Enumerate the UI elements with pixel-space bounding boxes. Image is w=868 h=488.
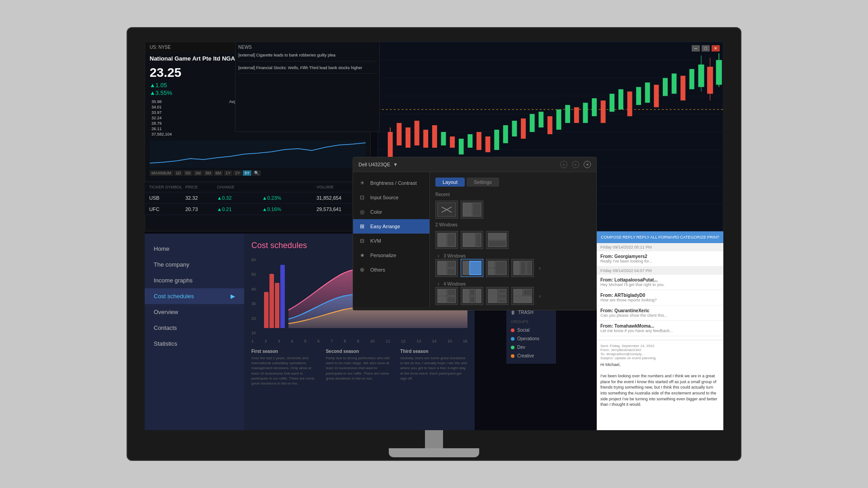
svg-rect-39	[636, 87, 641, 105]
nav-home[interactable]: Home	[145, 241, 244, 257]
tf-1y[interactable]: 1Y	[224, 170, 232, 176]
dell-menu-kvm[interactable]: ⊟ KVM	[353, 234, 429, 248]
2win-top-bottom[interactable]	[486, 231, 509, 249]
svg-rect-13	[406, 127, 410, 148]
svg-rect-37	[618, 89, 623, 110]
3win-1[interactable]	[435, 259, 458, 277]
tf-3m[interactable]: 3M	[203, 170, 213, 176]
dell-ui-overlay[interactable]: Dell U4323QE ▼ ○ ○ ✕ ☀ Brightness / Cont…	[353, 157, 597, 310]
group-social[interactable]: Social	[506, 326, 556, 334]
tab-layout[interactable]: Layout	[435, 178, 465, 187]
nav-statistics[interactable]: Statistics	[145, 336, 244, 352]
3win-3[interactable]	[486, 259, 509, 277]
ticker-row-usb[interactable]: USB 32.32 ▲0.32 ▲0.23% 31,852,654	[145, 192, 371, 204]
group-dev[interactable]: Dev	[506, 343, 556, 352]
svg-rect-38	[627, 91, 632, 116]
svg-rect-32	[574, 107, 579, 123]
news-title: NEWS	[238, 45, 377, 50]
3win-4[interactable]	[511, 259, 534, 277]
ticker-row-ufc[interactable]: UFC 20.73 ▲0.21 ▲0.16% 29,573,641	[145, 204, 371, 215]
change-ufc: ▲0.21	[217, 206, 262, 212]
4win-1[interactable]	[435, 287, 458, 305]
kvm-label: KVM	[370, 238, 381, 244]
svg-rect-82	[476, 289, 481, 303]
tf-search[interactable]: 🔍	[252, 170, 261, 176]
email-date-1: Friday 09/14/2022 05:11 PM	[597, 243, 723, 251]
2win-left-wide[interactable]	[461, 231, 483, 249]
dell-menu-others[interactable]: ⊕ Others	[353, 263, 429, 277]
tf-maximum[interactable]: MAXIMUM	[150, 170, 173, 176]
stock-timeframe[interactable]: MAXIMUM 1D 5D 1M 3M 6M 1Y 2Y 5Y 🔍	[145, 169, 370, 177]
window-controls[interactable]: ─ □ ✕	[692, 45, 720, 52]
personalize-icon: ★	[359, 252, 366, 259]
nav-contacts[interactable]: Contacts	[145, 320, 244, 336]
tf-1d[interactable]: 1D	[174, 170, 183, 176]
3win-next[interactable]: ›	[537, 265, 543, 271]
tf-5y[interactable]: 5Y	[243, 170, 251, 176]
arrange-icon: ⊞	[359, 223, 366, 230]
nav-cost-schedules[interactable]: Cost schedules ▶	[145, 288, 244, 304]
compose-btn[interactable]: COMPOSE	[601, 235, 622, 239]
forward-btn[interactable]: FORWARD	[658, 235, 679, 239]
ticker-header: TICKER SYMBOL PRICE CHANGE VOLUME	[145, 182, 371, 192]
email-item-5[interactable]: From: TomahawkMoma... Let me know if you…	[597, 321, 723, 336]
email-item-2[interactable]: From: LottapaloosaPutat... Hey Michael I…	[597, 275, 723, 290]
tf-1m[interactable]: 1M	[193, 170, 203, 176]
dell-menu-personalize[interactable]: ★ Personalize	[353, 248, 429, 263]
groups-sidebar: 🗑 TRASH GROUPS Social Operations Dev Cre…	[506, 304, 556, 364]
email-item-4[interactable]: From: QuarantineXeric Can you please sho…	[597, 305, 723, 321]
group-operations[interactable]: Operations	[506, 334, 556, 343]
3win-2[interactable]	[461, 259, 483, 277]
4win-prev[interactable]: ‹	[435, 281, 442, 287]
2win-equal[interactable]	[435, 231, 458, 249]
nav-overview[interactable]: Overview	[145, 304, 244, 320]
dell-help-icon[interactable]: ○	[572, 161, 579, 168]
tf-5d[interactable]: 5D	[184, 170, 193, 176]
svg-rect-72	[514, 261, 519, 275]
svg-rect-40	[645, 83, 650, 103]
close-button[interactable]: ✕	[712, 45, 720, 52]
print-btn[interactable]: PRINT	[707, 235, 719, 239]
dell-settings-icon[interactable]: ○	[560, 161, 567, 168]
nav-the-company[interactable]: The company	[145, 257, 244, 272]
dell-close-icon[interactable]: ✕	[584, 161, 591, 168]
change-usb: ▲0.32	[217, 195, 262, 201]
chart-x-labels: 123456 789101112 13141516	[251, 339, 467, 343]
svg-rect-65	[447, 268, 456, 275]
dell-menu-brightness[interactable]: ☀ Brightness / Contrast	[353, 176, 429, 190]
nav-income-graphs[interactable]: Income graphs	[145, 272, 244, 288]
4win-3[interactable]	[486, 287, 509, 305]
email-date-2: Friday 09/14/2022 04:07 PM	[597, 267, 723, 275]
recent-split[interactable]	[461, 201, 483, 219]
tf-6m[interactable]: 6M	[214, 170, 223, 176]
dell-menu-color[interactable]: ◎ Color	[353, 205, 429, 219]
2windows-layouts	[435, 231, 591, 249]
minimize-button[interactable]: ─	[692, 45, 700, 52]
recent-close[interactable]	[435, 201, 458, 219]
reply-btn[interactable]: REPLY	[623, 235, 636, 239]
tf-2y[interactable]: 2Y	[233, 170, 242, 176]
categorize-btn[interactable]: CATEGORIZE	[680, 235, 706, 239]
email-item-3[interactable]: From: ARTbigladyD0 How are those reports…	[597, 290, 723, 305]
tab-settings[interactable]: Settings	[467, 178, 499, 187]
maximize-button[interactable]: □	[702, 45, 710, 52]
bar-chart	[264, 256, 285, 328]
4win-next[interactable]: ›	[537, 293, 543, 299]
email-content: Sent: Friday, September 14, 2022 From: J…	[597, 340, 723, 430]
dell-window-controls[interactable]: ○ ○ ✕	[560, 161, 591, 168]
first-season: First season Over the last 2 years, dome…	[251, 349, 319, 386]
dell-menu-easy-arrange[interactable]: ⊞ Easy Arrange	[353, 219, 429, 234]
second-season-desc: Partly due to strong performers who will…	[326, 356, 393, 381]
reply-all-btn[interactable]: REPLY ALL	[637, 235, 658, 239]
brightness-icon: ☀	[359, 179, 366, 187]
social-dot	[511, 328, 514, 332]
4win-2[interactable]	[461, 287, 483, 305]
dell-tabs[interactable]: Layout Settings	[435, 178, 591, 187]
dell-dropdown-icon[interactable]: ▼	[393, 162, 398, 167]
dell-menu-input[interactable]: ⊡ Input Source	[353, 190, 429, 205]
second-season: Second season Partly due to strong perfo…	[326, 349, 393, 386]
email-item-1[interactable]: From: Georgiamyers2 Really I've been loo…	[597, 251, 723, 267]
4win-4[interactable]	[511, 287, 534, 305]
group-creative[interactable]: Creative	[506, 352, 556, 360]
3win-prev[interactable]: ‹	[435, 253, 442, 259]
